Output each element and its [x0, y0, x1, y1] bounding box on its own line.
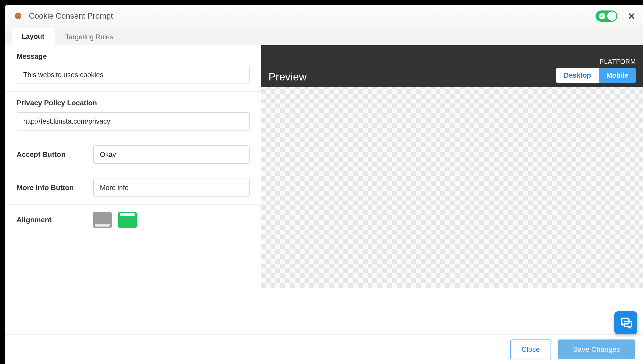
platform-switcher: PLATFORM Desktop Mobile	[556, 58, 636, 83]
svg-point-3	[19, 14, 19, 15]
close-button[interactable]	[627, 11, 636, 21]
section-message: Message	[5, 45, 261, 92]
cookie-consent-modal: Cookie Consent Prompt Layout Targeting R…	[5, 5, 643, 364]
modal-footer: Close Save Changes	[5, 334, 643, 364]
modal-title: Cookie Consent Prompt	[29, 11, 595, 21]
align-top-button[interactable]	[118, 212, 137, 228]
tab-layout[interactable]: Layout	[11, 28, 55, 45]
preview-title: Preview	[268, 71, 307, 83]
platform-segmented: Desktop Mobile	[556, 68, 636, 83]
message-input[interactable]	[17, 66, 250, 84]
save-changes-button[interactable]: Save Changes	[558, 339, 635, 359]
chat-icon	[620, 316, 632, 330]
tab-targeting-rules[interactable]: Targeting Rules	[55, 29, 124, 45]
form-pane: Message Privacy Policy Location Accept B…	[5, 45, 261, 334]
more-info-button-input[interactable]	[93, 179, 250, 197]
accept-button-input[interactable]	[93, 145, 250, 164]
svg-point-5	[18, 16, 19, 17]
preview-pane: Preview PLATFORM Desktop Mobile	[261, 45, 643, 334]
section-more-info-button: More Info Button	[5, 171, 261, 205]
section-privacy: Privacy Policy Location	[5, 92, 261, 138]
section-accept-button: Accept Button	[5, 138, 261, 171]
alignment-options	[93, 212, 137, 228]
section-alignment: Alignment	[5, 205, 261, 235]
alignment-label: Alignment	[17, 216, 83, 224]
platform-mobile-button[interactable]: Mobile	[599, 68, 636, 83]
toggle-check-icon	[599, 13, 605, 19]
chat-fab[interactable]	[614, 311, 637, 334]
toggle-knob	[607, 11, 616, 21]
svg-point-6	[18, 18, 19, 18]
tabs: Layout Targeting Rules	[5, 27, 643, 45]
cookie-icon	[14, 12, 22, 20]
message-label: Message	[17, 52, 250, 61]
close-footer-button[interactable]: Close	[510, 339, 551, 359]
accept-button-label: Accept Button	[17, 150, 83, 159]
svg-point-4	[17, 17, 17, 17]
platform-label: PLATFORM	[556, 58, 636, 65]
platform-desktop-button[interactable]: Desktop	[556, 68, 599, 83]
privacy-label: Privacy Policy Location	[17, 99, 250, 107]
more-info-button-label: More Info Button	[17, 184, 83, 192]
privacy-input[interactable]	[17, 112, 250, 131]
align-bottom-button[interactable]	[93, 212, 112, 228]
modal-header: Cookie Consent Prompt	[5, 5, 643, 27]
preview-gap	[261, 288, 643, 334]
svg-point-2	[17, 15, 18, 16]
enable-toggle[interactable]	[595, 10, 617, 22]
modal-body: Message Privacy Policy Location Accept B…	[5, 45, 643, 334]
preview-header: Preview PLATFORM Desktop Mobile	[261, 45, 643, 87]
